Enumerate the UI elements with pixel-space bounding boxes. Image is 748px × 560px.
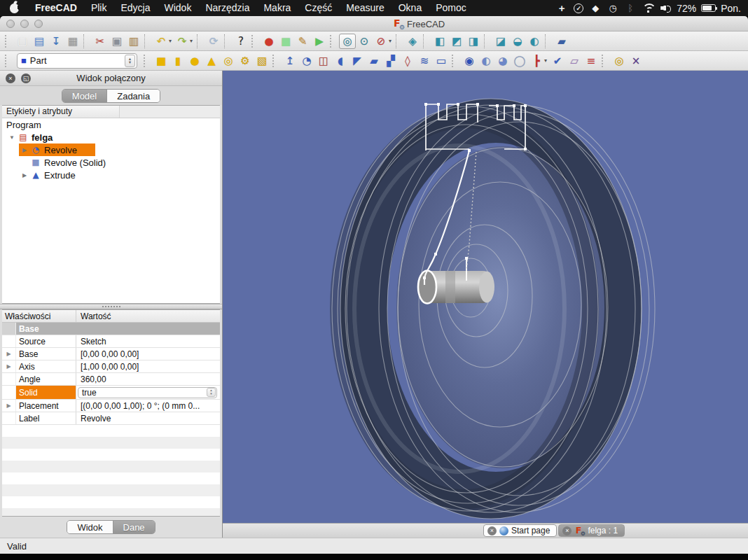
view-rear-button[interactable]: ◪ xyxy=(492,34,509,49)
create-primitives-button[interactable]: ⚙ xyxy=(237,53,254,69)
menu-widok[interactable]: Widok xyxy=(158,0,199,16)
panel-close-icon[interactable]: × xyxy=(6,74,15,83)
check-geometry-button[interactable]: ✔ xyxy=(549,53,566,69)
macro-edit-button[interactable]: ✎ xyxy=(294,34,311,49)
view-top-button[interactable]: ◩ xyxy=(448,34,465,49)
tree-item-revolve-solid[interactable]: ■ Revolve (Solid) xyxy=(2,156,220,169)
battery-icon[interactable] xyxy=(701,4,716,12)
mirror-button[interactable]: ◫ xyxy=(315,53,332,69)
workbench-stepper[interactable]: ▲ ▼ xyxy=(125,55,135,67)
zoom-button[interactable]: ⊙ xyxy=(356,34,373,49)
3d-viewport[interactable] xyxy=(223,71,748,523)
property-row-base[interactable]: ▶ Base [0,00 0,00 0,00] xyxy=(2,348,220,360)
refresh-button[interactable]: ⟳ xyxy=(205,34,222,49)
refine-shape-button[interactable]: ≡ xyxy=(583,53,600,69)
dock-splitter[interactable] xyxy=(0,304,222,309)
menu-okna[interactable]: Okna xyxy=(392,0,429,16)
tab-view[interactable]: Widok xyxy=(67,521,112,533)
expand-icon[interactable]: ▶ xyxy=(19,172,30,178)
property-row-label[interactable]: Label Revolve xyxy=(2,412,220,425)
workbench-selector[interactable]: ■ Part ▲ ▼ xyxy=(17,53,137,69)
expand-icon[interactable]: ▶ xyxy=(2,348,16,360)
menu-clock[interactable]: Pon. xyxy=(721,3,741,14)
tree-item-extrude[interactable]: ▶ ▲ Extrude xyxy=(2,169,220,181)
view-axonometric-button[interactable]: ◈ xyxy=(404,34,421,49)
menu-freecad[interactable]: FreeCAD xyxy=(28,0,84,16)
revolve-button[interactable]: ◔ xyxy=(298,53,315,69)
offset-button[interactable]: ▭ xyxy=(433,53,450,69)
cut-button[interactable]: ✂ xyxy=(92,34,109,49)
boolean-section-button[interactable]: ◯ xyxy=(511,53,528,69)
measure-clear-button[interactable]: × xyxy=(628,53,644,69)
fillet-button[interactable]: ◖ xyxy=(332,53,349,69)
cross-sections-button[interactable]: ▱ xyxy=(566,53,583,69)
property-row-source[interactable]: Source Sketch xyxy=(2,335,220,348)
cone-button[interactable]: ▲ xyxy=(203,53,220,69)
menu-plik[interactable]: Plik xyxy=(84,0,114,16)
notification-plus-icon[interactable]: + xyxy=(556,3,567,14)
shape-builder-button[interactable]: ▧ xyxy=(254,53,270,69)
macro-stop-button[interactable]: ■ xyxy=(277,34,294,49)
collapse-icon[interactable]: ▼ xyxy=(6,134,18,141)
ruled-surface-button[interactable]: ▞ xyxy=(382,53,399,69)
minimize-window-button[interactable] xyxy=(20,20,29,28)
time-machine-icon[interactable]: ◷ xyxy=(607,3,618,14)
cylinder-button[interactable]: ▮ xyxy=(169,53,186,69)
tree-item-felga[interactable]: ▼ ▤ felga xyxy=(2,131,220,144)
new-document-button[interactable]: ▢ xyxy=(14,34,31,49)
checkmark-circle-icon[interactable]: ✓ xyxy=(574,4,583,13)
draw-style-dropdown[interactable]: ▾ xyxy=(387,34,394,49)
tab-data[interactable]: Dane xyxy=(113,521,155,533)
save-button[interactable]: ↧ xyxy=(48,34,64,49)
open-folder-button[interactable]: ▤ xyxy=(31,34,48,49)
undo-dropdown[interactable]: ▾ xyxy=(167,34,174,49)
window-title-bar[interactable]: F ⚙ FreeCAD xyxy=(0,16,748,31)
property-row-angle[interactable]: Angle 360,00 xyxy=(2,373,220,386)
property-row-placement[interactable]: ▶ Placement [(0,00 0,00 1,00); 0 °; (0 m… xyxy=(2,400,220,412)
view-right-button[interactable]: ◨ xyxy=(465,34,482,49)
wifi-icon[interactable] xyxy=(642,4,654,13)
volume-icon[interactable] xyxy=(660,4,672,12)
print-button[interactable]: ▦ xyxy=(64,34,81,49)
tree-root-program[interactable]: Program xyxy=(2,118,220,131)
boolean-cut-button[interactable]: ◕ xyxy=(494,53,511,69)
menu-edycja[interactable]: Edycja xyxy=(113,0,157,16)
property-group-base[interactable]: Base xyxy=(2,323,220,335)
tab-felga-document[interactable]: × F ⚙ felga : 1 xyxy=(558,524,625,537)
loft-button[interactable]: ◊ xyxy=(399,53,416,69)
redo-dropdown[interactable]: ▾ xyxy=(188,34,195,49)
fit-all-button[interactable]: ◎ xyxy=(339,34,356,49)
combobox-stepper[interactable]: ▲ ▼ xyxy=(207,388,216,397)
paste-button[interactable]: ▥ xyxy=(125,34,142,49)
bluetooth-icon[interactable]: ᛒ xyxy=(625,3,636,14)
apple-menu[interactable] xyxy=(0,4,28,13)
tree-item-revolve[interactable]: ▶ ◔ Revolve xyxy=(2,144,220,156)
close-icon[interactable]: × xyxy=(562,526,572,536)
macro-record-button[interactable]: ● xyxy=(261,34,277,49)
tab-start-page[interactable]: × Start page xyxy=(483,524,557,537)
panel-float-icon[interactable]: ◱ xyxy=(21,74,31,83)
view-left-button[interactable]: ◐ xyxy=(526,34,543,49)
clear-measurement-button[interactable]: ▰ xyxy=(553,34,570,49)
expand-icon[interactable]: ▶ xyxy=(19,147,30,153)
tab-tasks[interactable]: Zadania xyxy=(106,90,160,102)
macro-run-button[interactable]: ▶ xyxy=(311,34,328,49)
whats-this-button[interactable]: ? xyxy=(233,34,249,49)
menu-czesc[interactable]: Część xyxy=(298,0,339,16)
chamfer-button[interactable]: ◤ xyxy=(349,53,366,69)
copy-button[interactable]: ▣ xyxy=(109,34,125,49)
close-window-button[interactable] xyxy=(6,20,15,28)
compound-dropdown[interactable]: ▾ xyxy=(542,53,549,69)
view-front-button[interactable]: ◧ xyxy=(431,34,448,49)
menu-makra[interactable]: Makra xyxy=(256,0,298,16)
dropbox-icon[interactable]: ◆ xyxy=(590,3,601,14)
boolean-common-button[interactable]: ◐ xyxy=(478,53,494,69)
torus-button[interactable]: ◎ xyxy=(220,53,237,69)
view-bottom-button[interactable]: ◒ xyxy=(509,34,526,49)
close-icon[interactable]: × xyxy=(487,526,497,536)
extrude-button[interactable]: ↥ xyxy=(282,53,298,69)
make-face-button[interactable]: ▰ xyxy=(366,53,382,69)
boolean-union-button[interactable]: ◉ xyxy=(461,53,478,69)
solid-value-combobox[interactable]: true ▲ ▼ xyxy=(78,387,217,398)
menu-narzedzia[interactable]: Narzędzia xyxy=(198,0,256,16)
